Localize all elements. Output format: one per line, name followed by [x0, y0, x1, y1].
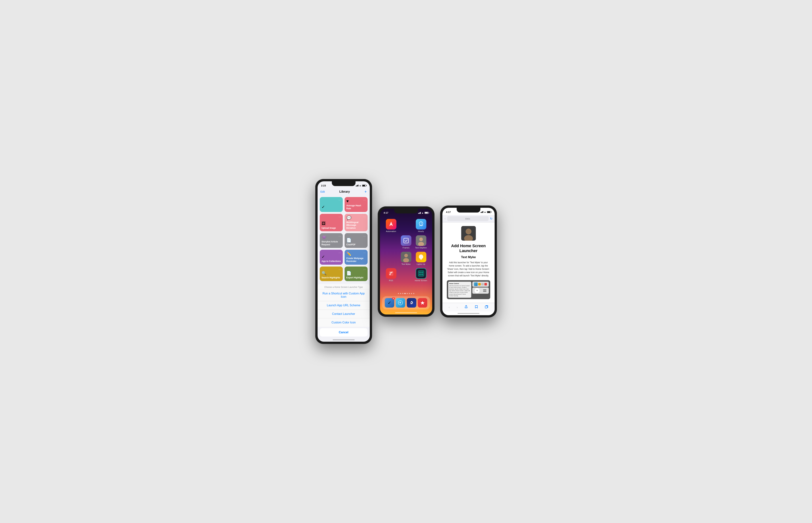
shortcut-label-3: Upload Image [322, 227, 341, 230]
safari-toolbar: ‹ › [442, 303, 495, 311]
app-hourly[interactable]: Hourly [415, 219, 427, 232]
share-button[interactable] [463, 304, 469, 310]
action-item-4[interactable]: Custom Color Icon [318, 318, 370, 327]
status-icons-2: ▲ [418, 212, 428, 214]
reload-button[interactable]: ↻ [490, 217, 492, 220]
shortcut-card-10[interactable]: ··· 📄 Export Highlight [345, 267, 368, 281]
action-item-2[interactable]: Launch App URL Scheme [318, 301, 370, 310]
app-label-hourly: Hourly [418, 230, 424, 232]
phone2-screen: 4:17 ▲ [380, 209, 432, 314]
add-button-1[interactable]: + [365, 190, 367, 194]
card-menu-5[interactable]: ··· [339, 235, 341, 237]
battery-icon-1 [362, 185, 366, 187]
app-row-2: Frames Text Stephen [384, 234, 428, 250]
app-rss[interactable]: RSS [385, 268, 397, 282]
shortcut-card-9[interactable]: ··· 🔍 Search Highlights [320, 267, 343, 281]
safari-icon [398, 300, 403, 306]
preview-card-1: Home Control Add this launcher for 'Home… [448, 282, 471, 298]
notch-3 [457, 208, 480, 213]
app-homescreen[interactable]: Home Screen [415, 268, 427, 282]
app-row-1: Automation Hourly [384, 217, 428, 234]
page-dots [380, 291, 432, 295]
cancel-button[interactable]: Cancel [320, 328, 368, 337]
avatar-image [461, 226, 476, 240]
shortcut-label-8: Create Webpage Reminder [347, 257, 366, 263]
card-menu-2[interactable]: ··· [364, 198, 366, 201]
safari-back-btn[interactable]: ‹ [445, 217, 446, 220]
app-frames[interactable]: Frames [400, 235, 412, 249]
app-automation[interactable]: Automation [385, 219, 397, 232]
card-menu-1[interactable]: ··· [339, 198, 341, 201]
preview-card-body-1: Add this launcher for 'Home Control' to … [449, 285, 470, 296]
card-menu-3[interactable]: ··· [339, 215, 341, 218]
svg-point-11 [389, 274, 391, 275]
app-textmyke[interactable]: Text Myke [400, 252, 412, 265]
card-menu-8[interactable]: ··· [364, 251, 366, 254]
checklist-icon: ✓ [388, 300, 391, 305]
app-label-frames: Frames [403, 247, 409, 249]
svg-point-6 [404, 254, 408, 257]
preview-card-title-1: Home Control [449, 283, 470, 284]
home-apps-area: Automation Hourly [380, 216, 432, 291]
back-button[interactable]: ‹ [447, 305, 451, 310]
home-indicator-2 [380, 311, 432, 314]
card-menu-9[interactable]: ··· [339, 268, 341, 271]
shortcut-card-3[interactable]: ··· 🖼 Upload Image [320, 214, 343, 232]
address-bar[interactable]: data: [447, 216, 489, 221]
dock-rocket[interactable] [407, 298, 416, 308]
app-label-automation: Automation [386, 230, 396, 232]
frames-icon [401, 235, 411, 246]
textstephen-icon [416, 235, 426, 246]
shortcut-card-7[interactable]: ··· ✓ App to Collections [320, 250, 343, 265]
app-textstephen[interactable]: Text Stephen [415, 235, 427, 249]
shortcut-card-8[interactable]: ··· ✏️ Create Webpage Reminder [345, 250, 368, 265]
forward-button[interactable]: › [455, 305, 459, 310]
automation-icon [386, 219, 396, 230]
notch-1 [332, 181, 355, 186]
shortcut-icon-6: 📄 [347, 238, 366, 242]
svg-rect-12 [418, 271, 424, 276]
card-menu-7[interactable]: ··· [339, 251, 341, 254]
svg-point-18 [411, 302, 412, 303]
action-item-3[interactable]: Contact Launcher [318, 310, 370, 318]
shortcut-label-10: Export Highlight [347, 276, 366, 279]
shortcut-icon-8: ✏️ [347, 252, 366, 256]
dock-star[interactable] [418, 298, 427, 308]
tabs-button[interactable] [483, 304, 490, 310]
time-1: 2:23 [321, 184, 326, 187]
signal-icon-2 [418, 212, 421, 214]
svg-rect-15 [419, 274, 421, 275]
phone1-screen: 2:23 ▲ Edit Library [318, 181, 370, 342]
edit-button[interactable]: Edit [320, 190, 325, 193]
shortcut-card-2[interactable]: ··· ♥ Average Heart Rate [345, 197, 368, 212]
dot-2 [400, 293, 401, 294]
rss-icon [386, 268, 396, 279]
shortcut-card-6[interactable]: ··· 📄 ClubPDF [345, 233, 368, 248]
shortcut-card-5[interactable]: ··· 👾 Storybot Article Request [320, 233, 343, 248]
page-heading: Add Home Screen Launcher [447, 244, 490, 253]
shortcut-icon-9: 🔍 [322, 271, 341, 276]
card-menu-6[interactable]: ··· [364, 235, 366, 237]
shortcut-label-2: Average Heart Rate [347, 204, 366, 210]
app-lightsup[interactable]: Lights Up [415, 252, 427, 265]
card-menu-10[interactable]: ··· [364, 268, 366, 271]
card-menu-4[interactable]: ··· [364, 215, 366, 218]
action-item-1[interactable]: Run a Shortcut with Custom App Icon [318, 289, 370, 301]
shortcut-label-6: ClubPDF [347, 244, 366, 246]
app-label-textmyke: Text Myke [402, 263, 411, 265]
nav-bar-1: Edit Library + [318, 188, 370, 196]
bookmarks-button[interactable] [473, 304, 479, 310]
preview-strip: Home Control Add this launcher for 'Home… [447, 280, 490, 299]
dock-safari[interactable] [396, 298, 405, 308]
app-label-lightsup: Lights Up [417, 263, 425, 265]
svg-rect-9 [421, 259, 422, 260]
shortcut-card-1[interactable]: ··· ✓ [320, 197, 343, 212]
lightsup-icon [416, 252, 426, 262]
preview-icon-2 [478, 283, 481, 286]
svg-marker-19 [421, 301, 425, 305]
dock-checklist[interactable]: ✓ 9 [385, 298, 394, 308]
hourly-icon [416, 219, 426, 230]
svg-rect-24 [485, 306, 487, 308]
shortcut-card-4[interactable]: ··· 💬 Multilingual iMessage Dictation [345, 214, 368, 232]
homescreen-icon [416, 268, 426, 279]
